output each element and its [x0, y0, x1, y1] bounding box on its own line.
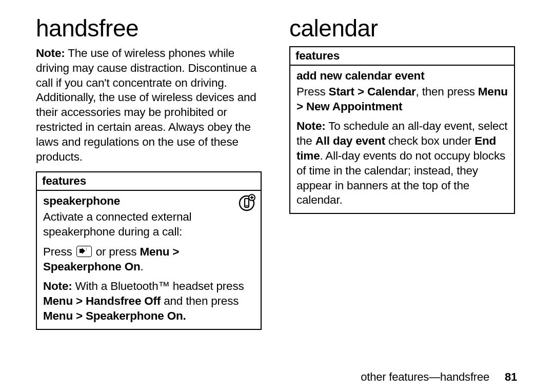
speakerphone-bt-note: Note: With a Bluetooth™ headset press Me… — [43, 279, 254, 323]
speakerphone-press-line: Press ⁞ or press Menu > Speakerphone On. — [43, 245, 254, 275]
bt-menu-2: Menu > Speakerphone On. — [43, 309, 186, 322]
cal-note-2: check box under — [385, 134, 474, 147]
features-header: features — [37, 172, 261, 191]
all-day-event: All day event — [315, 134, 385, 147]
bt-note-2: and then press — [161, 295, 239, 307]
handsfree-heading: handsfree — [36, 14, 262, 42]
handsfree-features-box: features speakerphone Activate a connect… — [36, 171, 262, 329]
phone-plus-icon — [238, 194, 255, 211]
calendar-heading: calendar — [289, 14, 515, 42]
speaker-key-icon: ⁞ — [76, 246, 92, 257]
speakerphone-title: speakerphone — [43, 194, 254, 209]
speakerphone-desc: Activate a connected external speakerpho… — [43, 210, 254, 240]
note-label: Note: — [36, 47, 65, 60]
bt-note-1: With a Bluetooth™ headset press — [72, 280, 244, 292]
cal-press-mid: , then press — [416, 85, 478, 98]
add-event-body: add new calendar event Press Start > Cal… — [290, 66, 514, 213]
speakerphone-feature-body: speakerphone Activate a connected extern… — [37, 191, 261, 328]
start-calendar: Start > Calendar — [329, 85, 416, 98]
cal-press-prefix: Press — [296, 85, 329, 98]
add-event-note: Note: To schedule an all-day event, sele… — [296, 119, 508, 208]
page-footer: other features—handsfree 81 — [361, 370, 517, 384]
handsfree-note-text: The use of wireless phones while driving… — [36, 47, 256, 163]
calendar-column: calendar features add new calendar event… — [289, 14, 515, 214]
add-event-title: add new calendar event — [296, 69, 508, 84]
cal-note-label: Note: — [296, 120, 326, 132]
calendar-features-box: features add new calendar event Press St… — [289, 46, 515, 214]
bt-menu-1: Menu > Handsfree Off — [43, 295, 161, 307]
cal-note-3: . All-day events do not occupy blocks of… — [296, 149, 505, 206]
bt-note-label: Note: — [43, 280, 72, 292]
add-event-press-line: Press Start > Calendar, then press Menu … — [296, 85, 508, 114]
footer-text: other features—handsfree — [361, 370, 489, 383]
page-number: 81 — [505, 370, 517, 383]
press-suffix: . — [141, 260, 144, 273]
handsfree-note-paragraph: Note: The use of wireless phones while d… — [36, 46, 262, 164]
press-prefix: Press — [43, 245, 75, 258]
handsfree-column: handsfree Note: The use of wireless phon… — [36, 14, 262, 330]
press-mid: or press — [96, 245, 140, 258]
features-header-right: features — [290, 47, 514, 66]
